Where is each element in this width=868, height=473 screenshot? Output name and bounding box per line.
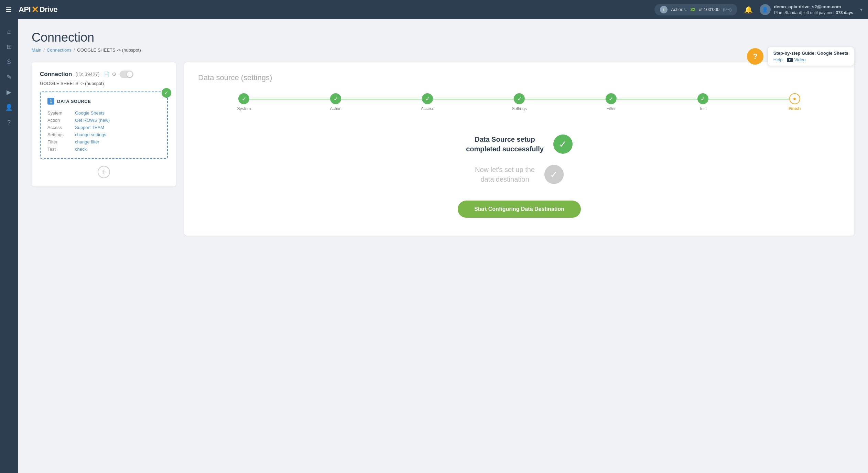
step-circle-filter: ✓ [606, 93, 617, 104]
step-circle-settings: ✓ [514, 93, 525, 104]
conn-id: (ID: 39427) [76, 72, 100, 77]
row-key: Test [47, 146, 75, 153]
breadcrumb-sep2: / [74, 47, 75, 53]
next-check-icon: ✓ [544, 165, 564, 184]
sidebar-item-tasks[interactable]: ✎ [2, 70, 16, 84]
breadcrumb-current: GOOGLE SHEETS -> (hubspot) [77, 47, 141, 53]
user-menu[interactable]: 👤 demo_apix-drive_s2@com.com Plan |Stand… [760, 4, 853, 16]
step-access: ✓ Access [382, 93, 474, 111]
help-box: Step-by-step Guide: Google Sheets Help ▶… [768, 47, 854, 66]
gear-icon[interactable]: ⚙ [112, 71, 116, 77]
success-row-1: Data Source setupcompleted successfully … [466, 135, 573, 154]
sidebar-item-billing[interactable]: $ [2, 55, 16, 69]
actions-label: Actions: [671, 7, 687, 12]
step-filter: ✓ Filter [565, 93, 657, 111]
success-row-2: Now let's set up thedata destination ✓ [475, 165, 564, 184]
step-circle-test: ✓ [697, 93, 708, 104]
chevron-down-icon[interactable]: ▾ [860, 7, 862, 12]
topnav: ☰ API✕Drive i Actions: 32 of 100'000 (0%… [0, 0, 868, 19]
stepper: ✓ System ✓ Action ✓ Access ✓ Settings [198, 93, 840, 111]
logo-x-text: ✕ [31, 4, 39, 15]
table-row: Filter change filter [47, 138, 160, 146]
conn-header: Connection (ID: 39427) 📄 ⚙ [40, 71, 168, 78]
user-info: demo_apix-drive_s2@com.com Plan |Standar… [774, 4, 853, 16]
ds-label: DATA SOURCE [57, 99, 91, 104]
logo[interactable]: API✕Drive [19, 4, 57, 15]
sidebar-item-connections[interactable]: ⊞ [2, 40, 16, 54]
step-label-test: Test [699, 106, 707, 111]
bell-icon[interactable]: 🔔 [744, 6, 753, 14]
logo-drive-text: Drive [40, 5, 58, 14]
row-value-test[interactable]: check [75, 146, 160, 153]
toggle-switch[interactable] [120, 71, 133, 78]
topnav-actions: i Actions: 32 of 100'000 (0%) 🔔 👤 demo_a… [654, 4, 862, 16]
success-section: Data Source setupcompleted successfully … [198, 128, 840, 225]
start-configuring-button[interactable]: Start Configuring Data Destination [458, 201, 581, 218]
actions-info-icon: i [660, 6, 668, 13]
step-label-settings: Settings [512, 106, 527, 111]
main-content: Connection Main / Connections / GOOGLE S… [18, 19, 868, 247]
step-label-finish: Finish [789, 106, 801, 111]
actions-count: 32 [690, 7, 695, 12]
sidebar-item-media[interactable]: ▶ [2, 85, 16, 99]
help-link[interactable]: Help [773, 57, 783, 62]
breadcrumb: Main / Connections / GOOGLE SHEETS -> (h… [32, 47, 854, 53]
step-system: ✓ System [198, 93, 290, 111]
row-value-settings[interactable]: change settings [75, 131, 160, 138]
step-label-system: System [237, 106, 251, 111]
row-key: System [47, 109, 75, 117]
conn-subtitle: GOOGLE SHEETS -> (hubspot) [40, 81, 168, 86]
next-title: Now let's set up thedata destination [475, 165, 535, 184]
panels-row: Connection (ID: 39427) 📄 ⚙ GOOGLE SHEETS… [32, 62, 854, 236]
step-circle-system: ✓ [238, 93, 249, 104]
step-action: ✓ Action [290, 93, 382, 111]
table-row: Action Get ROWS (new) [47, 117, 160, 124]
step-finish: ● Finish [749, 93, 840, 111]
row-value-system[interactable]: Google Sheets [75, 109, 160, 117]
hamburger-icon[interactable]: ☰ [6, 6, 12, 14]
sidebar-item-help[interactable]: ? [2, 116, 16, 129]
breadcrumb-connections[interactable]: Connections [47, 47, 72, 53]
page-title: Connection [32, 30, 854, 45]
row-key: Action [47, 117, 75, 124]
help-widget: ? Step-by-step Guide: Google Sheets Help… [747, 47, 854, 66]
row-key: Settings [47, 131, 75, 138]
right-panel: Data source (settings) ✓ System ✓ Action… [184, 62, 854, 236]
toggle-knob [127, 72, 132, 77]
add-button[interactable]: + [98, 166, 110, 178]
step-label-action: Action [330, 106, 341, 111]
help-box-title: Step-by-step Guide: Google Sheets [773, 51, 848, 56]
ds-table: System Google Sheets Action Get ROWS (ne… [47, 109, 160, 153]
video-icon: ▶ [787, 58, 793, 62]
actions-pct: (0%) [723, 7, 731, 12]
video-link[interactable]: ▶ Video [787, 57, 806, 62]
ds-header: 1 DATA SOURCE [47, 98, 160, 105]
avatar: 👤 [760, 4, 771, 15]
step-circle-action: ✓ [330, 93, 341, 104]
sidebar-item-account[interactable]: 👤 [2, 100, 16, 114]
row-value-access[interactable]: Support TEAM [75, 124, 160, 131]
breadcrumb-sep1: / [43, 47, 45, 53]
conn-icons: 📄 ⚙ [103, 71, 116, 77]
sidebar-item-home[interactable]: ⌂ [2, 25, 16, 39]
table-row: Access Support TEAM [47, 124, 160, 131]
row-value-filter[interactable]: change filter [75, 138, 160, 146]
row-value-action[interactable]: Get ROWS (new) [75, 117, 160, 124]
step-settings: ✓ Settings [474, 93, 565, 111]
data-source-box: ✓ 1 DATA SOURCE System Google Sheets Act… [40, 92, 168, 159]
step-test: ✓ Test [657, 93, 749, 111]
actions-pill: i Actions: 32 of 100'000 (0%) [654, 4, 737, 15]
help-circle-icon[interactable]: ? [747, 48, 763, 65]
doc-icon[interactable]: 📄 [103, 71, 110, 77]
breadcrumb-main[interactable]: Main [32, 47, 41, 53]
conn-title: Connection [40, 71, 72, 78]
success-title: Data Source setupcompleted successfully [466, 135, 544, 154]
user-plan: Plan |Standard| left until payment 373 d… [774, 10, 853, 16]
success-check-icon: ✓ [553, 135, 573, 154]
step-label-filter: Filter [607, 106, 616, 111]
row-key: Access [47, 124, 75, 131]
step-circle-finish: ● [789, 93, 800, 104]
table-row: System Google Sheets [47, 109, 160, 117]
ds-num: 1 [47, 98, 54, 105]
actions-total: of 100'000 [699, 7, 719, 12]
